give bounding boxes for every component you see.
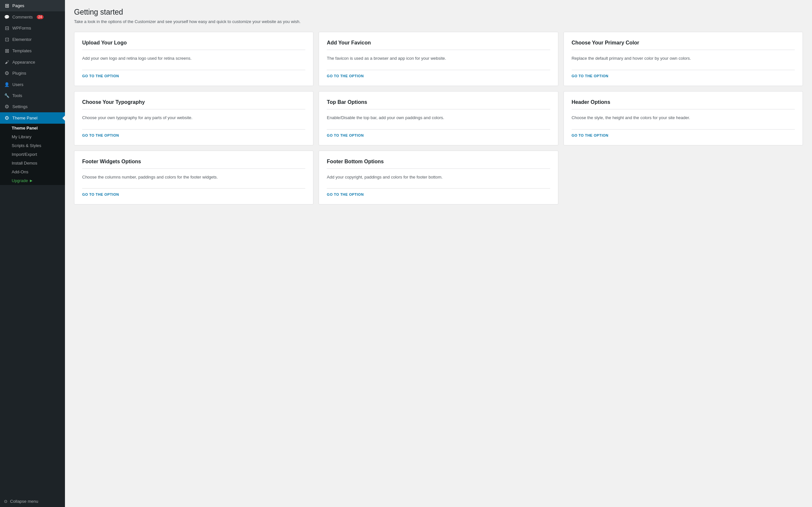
sidebar-label-elementor: Elementor: [12, 37, 32, 42]
active-arrow: [62, 116, 65, 121]
card-title-footer-widgets: Footer Widgets Options: [82, 159, 305, 169]
sidebar-label-plugins: Plugins: [12, 71, 26, 76]
card-title-primary-color: Choose Your Primary Color: [572, 40, 795, 50]
card-desc-add-favicon: The favicon is used as a browser and app…: [327, 54, 550, 62]
main-content: Getting started Take a look in the optio…: [65, 0, 812, 507]
sidebar-item-comments[interactable]: Comments 24: [0, 11, 65, 22]
card-desc-footer-bottom: Add your copyright, paddings and colors …: [327, 173, 550, 181]
collapse-menu-button[interactable]: ⊙ Collapse menu: [0, 496, 65, 507]
comments-icon: [4, 14, 10, 20]
sidebar-label-appearance: Appearance: [12, 60, 35, 65]
sidebar-label-pages: Pages: [12, 3, 24, 8]
submenu-item-upgrade[interactable]: Upgrade ►: [0, 176, 65, 185]
sidebar: Pages Comments 24 WPForms Elementor Temp…: [0, 0, 65, 507]
card-desc-top-bar: Enable/Disable the top bar, add your own…: [327, 113, 550, 121]
submenu-item-theme-panel[interactable]: Theme Panel: [0, 124, 65, 132]
submenu-item-import-export[interactable]: Import/Export: [0, 150, 65, 159]
card-desc-header-options: Choose the style, the height and the col…: [572, 113, 795, 121]
collapse-icon: ⊙: [4, 499, 7, 504]
card-primary-color: Choose Your Primary Color Replace the de…: [563, 32, 803, 86]
card-footer-widgets: Footer Widgets Options Choose the column…: [74, 151, 313, 205]
sidebar-label-tools: Tools: [12, 93, 22, 98]
sidebar-item-elementor[interactable]: Elementor: [0, 34, 65, 45]
sidebar-label-users: Users: [12, 82, 23, 87]
card-link-typography[interactable]: GO TO THE OPTION: [82, 129, 305, 137]
card-title-typography: Choose Your Typography: [82, 99, 305, 109]
card-title-add-favicon: Add Your Favicon: [327, 40, 550, 50]
sidebar-label-settings: Settings: [12, 104, 28, 109]
card-footer-bottom: Footer Bottom Options Add your copyright…: [319, 151, 558, 205]
settings-icon: [4, 104, 10, 110]
card-top-bar: Top Bar Options Enable/Disable the top b…: [319, 91, 558, 146]
page-subtitle: Take a look in the options of the Custom…: [74, 19, 803, 24]
plugins-icon: [4, 70, 10, 76]
templates-icon: [4, 48, 10, 54]
cards-grid: Upload Your Logo Add your own logo and r…: [74, 32, 803, 205]
card-link-footer-bottom[interactable]: GO TO THE OPTION: [327, 188, 550, 196]
page-title: Getting started: [74, 8, 803, 16]
themepanel-icon: ⚙: [4, 115, 10, 121]
theme-panel-submenu: Theme Panel My Library Scripts & Styles …: [0, 124, 65, 185]
submenu-item-install-demos[interactable]: Install Demos: [0, 159, 65, 167]
card-link-upload-logo[interactable]: GO TO THE OPTION: [82, 70, 305, 78]
card-title-upload-logo: Upload Your Logo: [82, 40, 305, 50]
card-desc-footer-widgets: Choose the columns number, paddings and …: [82, 173, 305, 181]
sidebar-item-templates[interactable]: Templates: [0, 45, 65, 56]
card-link-top-bar[interactable]: GO TO THE OPTION: [327, 129, 550, 137]
sidebar-item-pages[interactable]: Pages: [0, 0, 65, 11]
card-title-footer-bottom: Footer Bottom Options: [327, 159, 550, 169]
appearance-icon: [4, 59, 10, 65]
card-link-primary-color[interactable]: GO TO THE OPTION: [572, 70, 795, 78]
card-link-footer-widgets[interactable]: GO TO THE OPTION: [82, 188, 305, 196]
submenu-item-scripts-styles[interactable]: Scripts & Styles: [0, 141, 65, 150]
sidebar-label-wpforms: WPForms: [12, 25, 31, 31]
sidebar-label-themepanel: Theme Panel: [12, 116, 37, 120]
sidebar-label-templates: Templates: [12, 48, 32, 53]
card-title-header-options: Header Options: [572, 99, 795, 109]
card-desc-upload-logo: Add your own logo and retina logo used f…: [82, 54, 305, 62]
submenu-item-add-ons[interactable]: Add-Ons: [0, 167, 65, 176]
sidebar-item-tools[interactable]: Tools: [0, 90, 65, 101]
sidebar-label-comments: Comments: [12, 15, 33, 19]
elementor-icon: [4, 36, 10, 43]
pages-icon: [4, 3, 10, 9]
sidebar-item-settings[interactable]: Settings: [0, 101, 65, 112]
card-upload-logo: Upload Your Logo Add your own logo and r…: [74, 32, 313, 86]
card-link-add-favicon[interactable]: GO TO THE OPTION: [327, 70, 550, 78]
card-header-options: Header Options Choose the style, the hei…: [563, 91, 803, 146]
collapse-label: Collapse menu: [10, 499, 38, 504]
sidebar-item-themepanel[interactable]: ⚙ Theme Panel: [0, 112, 65, 124]
card-title-top-bar: Top Bar Options: [327, 99, 550, 109]
wpforms-icon: [4, 25, 10, 31]
sidebar-item-plugins[interactable]: Plugins: [0, 67, 65, 79]
users-icon: [4, 81, 10, 87]
card-desc-primary-color: Replace the default primary and hover co…: [572, 54, 795, 62]
sidebar-item-wpforms[interactable]: WPForms: [0, 22, 65, 34]
card-add-favicon: Add Your Favicon The favicon is used as …: [319, 32, 558, 86]
card-link-header-options[interactable]: GO TO THE OPTION: [572, 129, 795, 137]
submenu-item-my-library[interactable]: My Library: [0, 132, 65, 141]
card-desc-typography: Choose your own typography for any parts…: [82, 113, 305, 121]
card-typography: Choose Your Typography Choose your own t…: [74, 91, 313, 146]
comments-badge: 24: [37, 15, 44, 19]
sidebar-item-users[interactable]: Users: [0, 79, 65, 90]
tools-icon: [4, 93, 10, 98]
sidebar-item-appearance[interactable]: Appearance: [0, 56, 65, 67]
